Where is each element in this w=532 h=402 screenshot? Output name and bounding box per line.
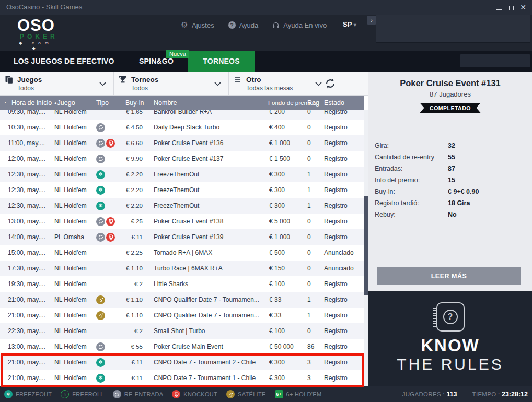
chevron-down-icon: ▾ (354, 22, 356, 28)
re-entry-icon (96, 139, 105, 148)
live-help-menu-item[interactable]: Ayuda En vivo (272, 21, 327, 29)
minimize-button[interactable] (495, 4, 503, 11)
legend-item: KNOCKOUT (172, 390, 217, 398)
row-buyin: € 2.20 (125, 203, 143, 209)
row-prize-pool: € 50 000 (268, 343, 306, 350)
column-header-reg[interactable]: Reg (306, 99, 320, 107)
know-the-rules-banner[interactable]: ? KNOW THE RULES (368, 291, 532, 386)
cards-icon (4, 75, 14, 84)
tournament-row[interactable]: 12:30, may.... NL Hold'em ❄ € 2.20 Freez… (0, 198, 364, 214)
row-buyin: € 11 (125, 234, 143, 240)
column-header-nombre[interactable]: Nombre (143, 99, 268, 107)
logo-com: ◆ . c o m ◆ (17, 41, 52, 51)
row-buyin: € 2 (125, 281, 143, 287)
filter-otro[interactable]: Otro Todas las mesas (229, 72, 344, 96)
row-status: Registro (320, 280, 364, 288)
row-type-icons: ❄ (96, 170, 125, 179)
row-buyin: € 9.90 (125, 156, 143, 162)
refresh-icon[interactable] (324, 77, 337, 90)
row-type-icons (96, 217, 125, 226)
row-prize-pool: € 100 (268, 327, 306, 335)
close-button[interactable]: ✕ (519, 4, 527, 11)
row-prize-pool: € 300 (268, 359, 306, 366)
row-prize-pool: € 100 (268, 280, 306, 288)
tournament-row[interactable]: 21:00, may.... NL Hold'em ❄ € 11 CNPO Da… (0, 370, 364, 386)
stat-value: 87 (448, 165, 455, 172)
tab-torneos[interactable]: TORNEOS (188, 51, 255, 72)
filter-torneos[interactable]: Torneos Todos (114, 72, 229, 96)
row-game: NL Hold'em (54, 155, 96, 162)
tournament-row[interactable]: 09:30, may.... NL Hold'em € 1.65 Bankrol… (0, 110, 364, 120)
leer-mas-button[interactable]: LEER MÁS (377, 267, 521, 285)
help-menu-item[interactable]: ? Ayuda (228, 21, 259, 29)
row-reg-count: 0 (306, 155, 320, 162)
row-status: Registro (320, 312, 364, 319)
row-game: PL Omaha (54, 233, 96, 241)
row-game: NL Hold'em (54, 374, 96, 382)
freezeout-icon: ❄ (4, 390, 13, 398)
row-reg-count: 0 (306, 249, 320, 256)
filter-juegos-title: Juegos (17, 76, 42, 84)
tournament-row[interactable]: 21:00, may.... NL Hold'em € 1.10 CNPO Qu… (0, 292, 364, 308)
tournament-row[interactable]: 13:00, may.... NL Hold'em € 25 Poker Cru… (0, 214, 364, 229)
tournament-row[interactable]: 11:00, may.... NL Hold'em € 6.60 Poker C… (0, 135, 364, 151)
row-status: Registro (320, 359, 364, 366)
tournament-row[interactable]: 15:00, may.... NL Hold'em € 2.25 Tornado… (0, 245, 364, 261)
column-header-estado[interactable]: Estado (320, 99, 364, 107)
row-status: Registro (320, 233, 364, 241)
row-name: FreezeThemOut (143, 186, 268, 194)
row-name: Small Shot | Turbo (143, 327, 268, 335)
row-game: NL Hold'em (54, 124, 96, 131)
maximize-button[interactable] (507, 4, 515, 11)
row-start-time: 19:30, may.... (0, 280, 54, 288)
row-reg-count: 0 (306, 139, 320, 147)
row-type-icons: ❄ (96, 374, 125, 383)
settings-menu-item[interactable]: ⚙ Ajustes (180, 21, 214, 29)
column-header-buyin[interactable]: Buy-in (125, 99, 143, 107)
tournament-row[interactable]: 14:00, may.... PL Omaha € 11 Poker Cruis… (0, 229, 364, 245)
tournament-row[interactable]: 12:00, may.... NL Hold'em € 9.90 Poker C… (0, 151, 364, 167)
row-status: Registro (320, 124, 364, 131)
row-start-time: 12:30, may.... (0, 186, 54, 194)
search-box-placeholder[interactable] (460, 54, 530, 67)
row-type-icons: ❄ (96, 358, 125, 367)
tournament-row[interactable]: 10:30, may.... NL Hold'em € 4.50 Daily D… (0, 120, 364, 135)
stat-value: 18 Gira (448, 199, 470, 207)
row-buyin: € 2.20 (125, 171, 143, 178)
row-prize-pool: € 33 (268, 312, 306, 319)
tournament-row[interactable]: 19:30, may.... NL Hold'em € 2 Little Sha… (0, 276, 364, 292)
tournament-row[interactable]: 21:00, may.... NL Hold'em ❄ € 11 CNPO Da… (0, 354, 364, 370)
panel-expand-button[interactable]: › (367, 16, 376, 25)
collapsed-notification-panel (376, 15, 530, 43)
filter-juegos[interactable]: Juegos Todos (0, 72, 114, 96)
column-header-hora[interactable]: ·Hora de início (0, 99, 54, 107)
row-prize-pool: € 300 (268, 374, 306, 382)
tournament-row[interactable]: 12:30, may.... NL Hold'em ❄ € 2.20 Freez… (0, 182, 364, 198)
row-name: CNPO Date 7 - Tournament 2 - Chile (143, 359, 268, 366)
row-buyin: € 11 (125, 359, 143, 365)
row-status: Registro (320, 343, 364, 350)
scrollbar-track[interactable] (364, 110, 368, 386)
header-menu: ⚙ Ajustes ? Ayuda Ayuda En vivo (180, 15, 327, 36)
row-game: NL Hold'em (54, 312, 96, 319)
tab-cash-games[interactable]: LOS JUEGOS DE EFECTIVO (14, 51, 114, 72)
row-start-time: 21:00, may.... (0, 359, 54, 366)
column-header-tipo[interactable]: Tipo (96, 99, 125, 107)
sort-asc-icon: ▴ (54, 100, 57, 105)
language-selector[interactable]: SP ▾ (343, 20, 356, 28)
column-header-fondo[interactable]: Fondo de premios (268, 100, 306, 106)
tournament-detail-panel: Poker Cruise Event #131 87 Jugadores COM… (368, 72, 532, 291)
scrollbar-thumb[interactable] (364, 196, 368, 295)
tournament-row[interactable]: 17:30, may.... NL Hold'em € 1.10 Turbo R… (0, 261, 364, 276)
tournament-row[interactable]: 22:30, may.... NL Hold'em € 2 Small Shot… (0, 323, 364, 339)
tournament-row[interactable]: 13:00, may.... NL Hold'em € 55 Poker Cru… (0, 339, 364, 354)
row-start-time: 13:00, may.... (0, 343, 54, 350)
tournament-row[interactable]: 21:00, may.... NL Hold'em € 1.10 CNPO Qu… (0, 308, 364, 323)
tournament-stats: Gira:32Cantidad de re-entry55Entradas:87… (368, 140, 532, 220)
row-type-icons (96, 155, 125, 163)
legend-item: ☆FREEROLL (61, 390, 103, 398)
legend-label: FREEROLL (72, 391, 103, 397)
row-start-time: 17:30, may.... (0, 265, 54, 272)
column-header-juego[interactable]: ▴Juego (54, 99, 96, 107)
tournament-row[interactable]: 12:30, may.... NL Hold'em ❄ € 2.20 Freez… (0, 167, 364, 182)
